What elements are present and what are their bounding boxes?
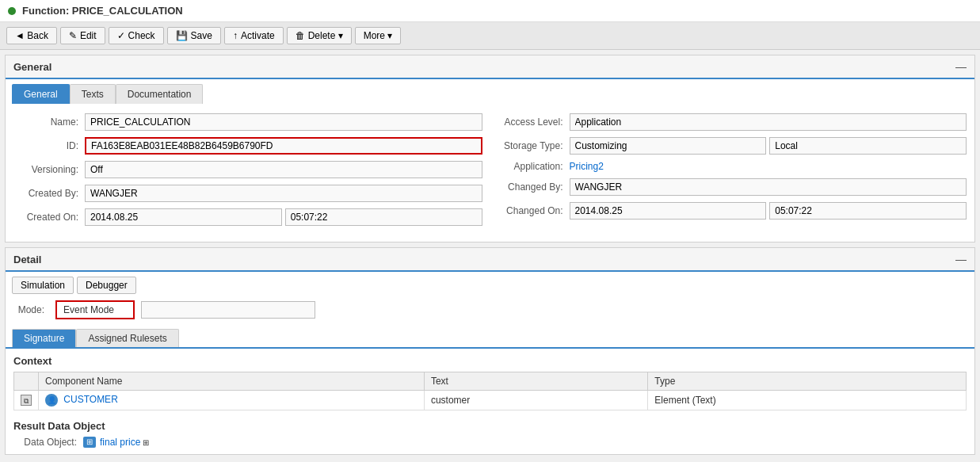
general-section: General — General Texts Documentation Na… [5,55,975,242]
versioning-input[interactable] [85,161,482,178]
changed-on-date-input[interactable] [570,202,767,220]
detail-section-header: Detail — [6,248,974,272]
storage-type-inputs [570,137,967,155]
more-button[interactable]: More ▾ [355,27,402,44]
storage-type-row: Storage Type: [498,137,967,155]
changed-by-label: Changed By: [498,181,570,193]
versioning-row: Versioning: [13,161,482,178]
detail-collapse-button[interactable]: — [955,253,967,265]
tab-texts[interactable]: Texts [70,84,116,104]
mode-label: Mode: [13,304,49,315]
context-title: Context [13,355,967,367]
tab-assigned-rulesets[interactable]: Assigned Rulesets [76,329,178,347]
tab-documentation[interactable]: Documentation [116,84,204,104]
context-table: Component Name Text Type ⧉ 👤 CUSTOMER [13,372,967,410]
name-label: Name: [13,116,85,128]
tab-general[interactable]: General [12,84,70,104]
toolbar: ◄ Back ✎ Name: ✎ Edit Edit ✓ Check 💾 Sav… [0,22,980,50]
check-icon: ✓ [117,30,125,41]
data-object-suffix-icon: ⊞ [143,438,149,447]
application-label: Application: [498,161,570,172]
row-component-name-cell: 👤 CUSTOMER [39,391,425,410]
changed-on-row: Changed On: [498,202,967,220]
id-label: ID: [13,140,85,151]
context-section: Context Component Name Text Type ⧉ [6,349,974,417]
general-collapse-button[interactable]: — [955,60,967,73]
storage-local-input[interactable] [769,137,967,155]
mode-row: Mode: Event Mode [6,294,974,326]
created-on-time-input[interactable] [285,208,482,226]
row-copy-cell: ⧉ [14,391,39,410]
save-icon: 💾 [176,30,188,41]
col-header-copy [14,372,39,391]
result-section: Result Data Object Data Object: ⊞ final … [6,417,974,454]
application-row: Application: Pricing2 [498,161,967,172]
customer-link[interactable]: CUSTOMER [63,394,117,405]
check-button[interactable]: ✓ Check [109,27,164,44]
access-level-row: Access Level: [498,113,967,131]
row-text-cell: customer [424,391,647,410]
application-link[interactable]: Pricing2 [570,161,604,172]
access-level-label: Access Level: [498,116,570,128]
created-on-row: Created On: [13,208,482,226]
back-button[interactable]: ◄ Back [6,27,57,44]
created-by-row: Created By: [13,185,482,202]
created-on-label: Created On: [13,212,85,223]
copy-icon[interactable]: ⧉ [21,395,32,406]
id-input[interactable] [85,137,482,155]
general-section-title: General [13,61,51,73]
data-object-icon-symbol: ⊞ [83,437,96,448]
changed-on-inputs [570,202,967,220]
col-header-component-name: Component Name [39,372,425,391]
page-title: Function: PRICE_CALCULATION [22,5,183,17]
changed-by-input[interactable] [570,178,967,196]
created-by-input[interactable] [85,185,482,202]
signature-content: Context Component Name Text Type ⧉ [6,347,974,454]
activate-icon: ↑ [233,30,238,41]
delete-icon: 🗑 [296,30,305,41]
edit-icon: ✎ [69,30,77,41]
data-object-label: Data Object: [13,437,77,448]
table-row: ⧉ 👤 CUSTOMER customer Element (Text) [14,391,967,410]
access-level-input[interactable] [570,113,967,131]
mode-extended-input[interactable] [141,301,315,319]
general-section-header: General — [6,55,974,79]
created-by-label: Created By: [13,188,85,199]
mode-value: Event Mode [55,300,135,319]
result-row: Data Object: ⊞ final price ⊞ [13,437,967,448]
col-header-text: Text [424,372,647,391]
table-header-row: Component Name Text Type [14,372,967,391]
name-input[interactable] [85,113,482,131]
final-price-link[interactable]: final price [100,437,140,448]
result-title: Result Data Object [13,420,967,432]
general-tabs-bar: General Texts Documentation [6,79,974,104]
tab-signature[interactable]: Signature [12,329,76,347]
name-row: Name: [13,113,482,131]
detail-section: Detail — Simulation Debugger Mode: Event… [5,247,975,455]
general-form: Name: ID: Versioning: Created By: Create… [6,104,974,242]
debugger-button[interactable]: Debugger [77,277,136,294]
id-row: ID: [13,137,482,155]
created-on-date-input[interactable] [85,208,282,226]
signature-tabs-bar: Signature Assigned Rulesets [6,326,974,347]
save-button[interactable]: 💾 Save [167,27,221,44]
customer-icon: 👤 [45,394,58,407]
storage-type-input[interactable] [570,137,767,155]
title-bar: Function: PRICE_CALCULATION [0,0,980,22]
row-type-cell: Element (Text) [648,391,967,410]
general-form-right: Access Level: Storage Type: Application:… [498,113,967,232]
general-form-left: Name: ID: Versioning: Created By: Create… [13,113,482,232]
edit-button[interactable]: ✎ Name: ✎ Edit Edit [60,27,105,44]
versioning-label: Versioning: [13,164,85,175]
changed-on-time-input[interactable] [769,202,967,220]
storage-type-label: Storage Type: [498,140,570,151]
created-on-inputs [85,208,482,226]
changed-by-row: Changed By: [498,178,967,196]
changed-on-label: Changed On: [498,205,570,216]
simulation-button[interactable]: Simulation [12,277,74,294]
col-header-type: Type [648,372,967,391]
detail-section-title: Detail [13,254,41,265]
activate-button[interactable]: ↑ Activate [224,27,284,44]
data-object-value: ⊞ final price ⊞ [83,437,149,448]
delete-button[interactable]: 🗑 Delete ▾ [287,27,352,44]
